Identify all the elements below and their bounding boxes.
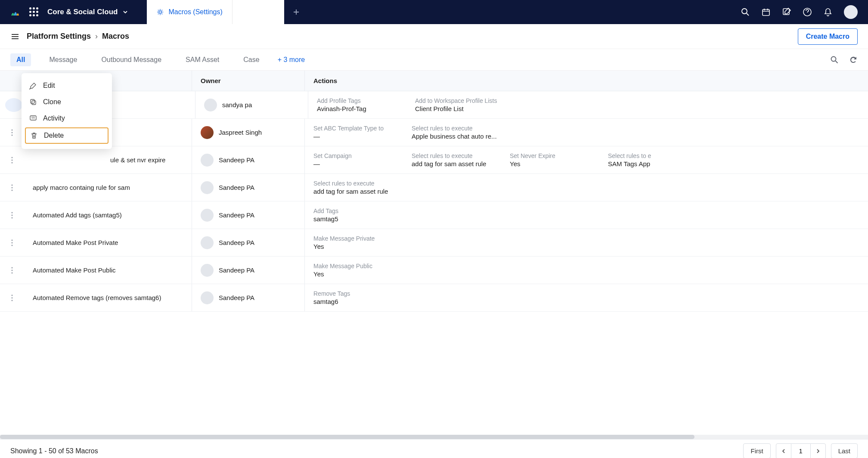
user-avatar[interactable] <box>844 5 858 19</box>
actions-cell: Make Message PublicYes <box>305 257 868 284</box>
macro-name[interactable]: Automated Make Post Private <box>24 229 192 256</box>
page-number-input[interactable] <box>791 443 810 458</box>
search-table-icon[interactable] <box>830 56 839 64</box>
row-actions-button[interactable] <box>0 174 24 201</box>
page-next-button[interactable] <box>810 443 826 458</box>
trash-icon <box>30 132 38 139</box>
filter-outbound-message[interactable]: Outbound Message <box>95 53 167 66</box>
owner-avatar <box>201 126 214 139</box>
tab-macros-settings[interactable]: Macros (Settings) <box>147 0 232 24</box>
help-icon[interactable] <box>803 7 812 17</box>
ctx-edit[interactable]: Edit <box>22 77 112 94</box>
apps-launcher-icon[interactable] <box>29 7 39 17</box>
owner-name: Sandeep PA <box>219 211 254 219</box>
activity-icon: 99 <box>29 114 37 122</box>
svg-point-9 <box>11 129 12 130</box>
row-actions-button[interactable] <box>5 98 22 112</box>
svg-point-14 <box>11 162 12 163</box>
chevron-left-icon <box>781 449 786 454</box>
filter-case[interactable]: Case <box>237 53 265 66</box>
action-block: Select rules to executeApple business ch… <box>412 123 510 142</box>
filter-more[interactable]: + 3 more <box>278 56 305 64</box>
scrollbar-thumb[interactable] <box>0 435 694 439</box>
action-value: add tag for sam asset rule <box>412 160 510 167</box>
owner-cell: Sandeep PA <box>192 229 305 256</box>
menu-icon[interactable] <box>10 32 20 41</box>
owner-name: Sandeep PA <box>219 239 254 246</box>
ctx-delete[interactable]: Delete <box>25 127 108 144</box>
owner-name: Sandeep PA <box>219 294 254 301</box>
breadcrumb-current: Macros <box>102 32 129 41</box>
action-value: Yes <box>313 270 412 278</box>
macro-name[interactable]: apply macro containg rule for sam <box>24 174 192 201</box>
breadcrumb-parent[interactable]: Platform Settings <box>27 32 91 41</box>
brand-logo <box>9 6 21 18</box>
action-block: Add Profile TagsAvinash-Prof-Tag <box>317 96 415 114</box>
action-value: add tag for sam asset rule <box>313 188 412 195</box>
row-actions-button[interactable] <box>0 146 24 173</box>
svg-rect-30 <box>31 99 34 103</box>
tab-gap <box>232 0 284 24</box>
row-actions-button[interactable] <box>0 284 24 311</box>
svg-point-18 <box>11 212 12 213</box>
macro-name[interactable]: ule & set nvr expire <box>24 146 192 173</box>
action-label: Select rules to execute <box>412 152 510 159</box>
svg-point-22 <box>11 242 12 243</box>
macro-name[interactable]: Automated Remove tags (removes samtag6) <box>24 284 192 311</box>
svg-point-11 <box>11 134 12 136</box>
ctx-clone[interactable]: Clone <box>22 94 112 110</box>
owner-cell: Sandeep PA <box>192 257 305 284</box>
action-block: Make Message PublicYes <box>313 261 412 279</box>
owner-name: Sandeep PA <box>219 266 254 274</box>
filter-message[interactable]: Message <box>43 53 83 66</box>
search-icon[interactable] <box>741 7 750 17</box>
plus-icon <box>292 8 300 16</box>
tab-spacer <box>308 0 730 24</box>
row-actions-button[interactable] <box>0 257 24 284</box>
svg-rect-31 <box>32 101 36 105</box>
action-label: Add Profile Tags <box>317 97 415 104</box>
action-block: Add to Workspace Profile ListsClient Pro… <box>415 96 513 114</box>
action-block: Select rules to executeadd tag for sam a… <box>412 151 510 169</box>
page-first-button[interactable]: First <box>743 443 770 458</box>
column-owner[interactable]: Owner <box>192 71 305 91</box>
action-block: Set ABC Template Type to— <box>313 123 412 142</box>
row-context-menu: Edit Clone 99 Activity Delete <box>22 73 112 149</box>
svg-point-1 <box>742 9 747 14</box>
actions-cell: Select rules to executeadd tag for sam a… <box>305 174 868 201</box>
row-actions-button[interactable] <box>0 229 24 256</box>
page-prev-button[interactable] <box>776 443 791 458</box>
horizontal-scrollbar[interactable] <box>0 435 868 439</box>
bell-icon[interactable] <box>823 7 833 17</box>
action-block: Set Campaign— <box>313 151 412 169</box>
filter-all[interactable]: All <box>10 53 31 66</box>
owner-cell: Sandeep PA <box>192 146 305 173</box>
svg-point-5 <box>831 56 836 61</box>
row-actions-button[interactable] <box>0 201 24 229</box>
row-actions-button[interactable] <box>0 119 24 146</box>
create-macro-button[interactable]: Create Macro <box>798 28 858 45</box>
add-tab-button[interactable] <box>284 0 308 24</box>
chevron-down-icon <box>123 9 128 15</box>
action-label: Make Message Public <box>313 263 412 269</box>
pagination-summary: Showing 1 - 50 of 53 Macros <box>10 447 98 455</box>
macro-name[interactable]: Automated Add tags (samtag5) <box>24 201 192 229</box>
owner-cell: Sandeep PA <box>192 284 305 311</box>
compose-icon[interactable] <box>782 7 791 17</box>
owner-cell: sandya pa <box>195 91 308 118</box>
action-block: Add Tagssamtag5 <box>313 206 412 224</box>
refresh-icon[interactable] <box>849 56 858 64</box>
actions-cell: Add Profile TagsAvinash-Prof-TagAdd to W… <box>308 91 868 118</box>
workspace-selector[interactable]: Core & Social Cloud <box>47 8 138 16</box>
action-label: Select rules to e <box>608 152 706 159</box>
tab-label: Macros (Settings) <box>168 8 222 16</box>
actions-cell: Make Message PrivateYes <box>305 229 868 256</box>
macro-name[interactable]: Automated Make Post Public <box>24 257 192 284</box>
ctx-activity[interactable]: 99 Activity <box>22 110 112 127</box>
page-last-button[interactable]: Last <box>831 443 858 458</box>
calendar-icon[interactable] <box>761 7 771 17</box>
owner-avatar <box>204 99 217 111</box>
actions-cell: Remove Tagssamtag6 <box>305 284 868 311</box>
filter-sam-asset[interactable]: SAM Asset <box>180 53 225 66</box>
column-actions[interactable]: Actions <box>305 71 868 91</box>
